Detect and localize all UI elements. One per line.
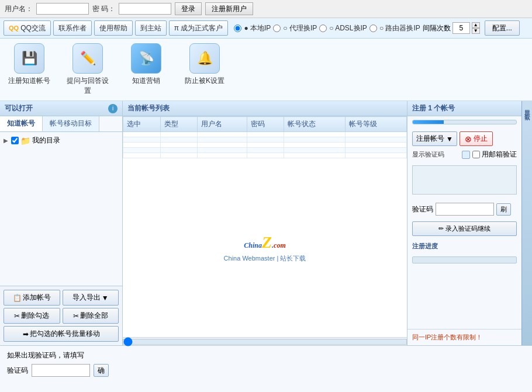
info-icon[interactable]: i	[108, 104, 118, 113]
col-status: 帐号状态	[284, 117, 346, 132]
tree-item[interactable]: ▶ 📁 我的目录	[2, 134, 120, 147]
dropdown-arrow-icon: ▼	[102, 294, 109, 302]
import-export-button[interactable]: 导入导出 ▼	[63, 290, 119, 306]
col-password: 密码	[247, 117, 284, 132]
right-panel-title: 注册 1 个帐号	[412, 104, 455, 112]
icon-toolbar: 💾 注册知道帐号 ✏️ 提问与回答设置 📡 知道营销 🔔 防止被K设置	[0, 39, 532, 101]
bottom-panel: 如果出现验证码，请填写 验证码 确	[0, 345, 532, 392]
batch-move-label: 把勾选的帐号批量移动	[30, 329, 100, 339]
login-bar: 用户名： 密 码： 登录 注册新用户	[0, 0, 532, 18]
know-marketing-btn[interactable]: 📡 知道营销	[123, 43, 170, 96]
verify-code-input[interactable]	[436, 203, 494, 216]
register-account-label: 注册知道帐号	[8, 76, 50, 86]
watermark-z: Z	[262, 233, 272, 251]
delete-selected-icon: ✂	[14, 312, 20, 320]
register-account-btn[interactable]: 💾 注册知道帐号	[6, 43, 53, 96]
interval-down[interactable]: ▼	[472, 28, 480, 34]
stop-button[interactable]: ⊗ 停止	[460, 131, 493, 146]
register-dropdown-button[interactable]: 注册帐号 ▼	[412, 131, 457, 146]
config-button[interactable]: 配置...	[485, 20, 520, 36]
col-username: 用户名	[198, 117, 247, 132]
bottom-instructions: 如果出现验证码，请填写	[7, 351, 109, 360]
interval-spinner[interactable]: ▲ ▼	[472, 22, 480, 34]
delete-selected-button[interactable]: ✂ 删除勾选	[4, 308, 60, 324]
verify-image-placeholder	[412, 165, 517, 195]
help-button[interactable]: 使用帮助	[94, 20, 133, 36]
contact-button[interactable]: 联系作者	[53, 20, 92, 36]
enter-code-button[interactable]: ✏ 录入验证码继续	[412, 221, 517, 236]
add-account-button[interactable]: 📋 添加帐号	[4, 290, 60, 306]
btn-row-2: ✂ 删除勾选 ✂ 删除全部	[4, 308, 119, 324]
tree-area: ▶ 📁 我的目录	[0, 132, 122, 286]
toolbar: QQ QQ交流 联系作者 使用帮助 到主站 π 成为正式客户 ● 本地IP ○ …	[0, 18, 532, 39]
interval-input[interactable]	[452, 22, 470, 34]
move-icon: ➡	[23, 330, 29, 338]
bottom-note: 同一IP注册个数有限制！	[407, 329, 521, 345]
far-right-text-2: 索取	[523, 108, 531, 112]
left-panel-header: 可以打开 i	[0, 101, 122, 116]
add-account-label: 添加帐号	[23, 293, 51, 303]
router-ip-label: ○ 路由器换IP	[379, 23, 420, 33]
interval-up[interactable]: ▲	[472, 22, 480, 28]
adsl-ip-radio[interactable]	[319, 25, 327, 32]
email-verify-checkbox[interactable]	[472, 151, 480, 158]
register-new-button[interactable]: 注册新用户	[205, 2, 253, 15]
refresh-button[interactable]: 刷	[496, 203, 511, 216]
interval-group: 间隔次数 ▲ ▼	[423, 22, 480, 34]
horizontal-scrollbar[interactable]	[123, 339, 407, 345]
col-type: 类型	[160, 117, 198, 132]
tree-item-checkbox[interactable]	[11, 137, 19, 144]
member-button[interactable]: π 成为正式客户	[169, 20, 229, 36]
progress-label: 注册进度	[412, 242, 517, 251]
anti-ban-btn[interactable]: 🔔 防止被K设置	[181, 43, 228, 96]
username-input[interactable]	[36, 3, 89, 15]
bottom-inner: 如果出现验证码，请填写 验证码 确	[7, 351, 525, 377]
local-ip-label: ● 本地IP	[244, 23, 271, 33]
reg-row: 注册帐号 ▼ ⊗ 停止	[412, 131, 517, 146]
right-panel: 注册 1 个帐号 注册帐号 ▼ ⊗ 停止 显示验证码	[407, 101, 521, 345]
router-ip-radio[interactable]	[369, 25, 377, 32]
far-right-panel[interactable]: 群里 索取	[521, 101, 532, 345]
proxy-ip-label: ○ 代理换IP	[283, 23, 317, 33]
verify-checkbox-indicator	[462, 151, 470, 159]
table-body	[123, 132, 407, 158]
interval-label: 间隔次数	[423, 23, 451, 33]
watermark-com: com	[274, 241, 286, 249]
local-ip-radio[interactable]	[234, 25, 241, 32]
tree-item-label: 我的目录	[32, 136, 60, 145]
verify-code-row: 验证码 刷	[412, 203, 517, 216]
register-label: 注册帐号	[416, 134, 444, 144]
main-layout: 可以打开 i 知道帐号 帐号移动目标 ▶ 📁 我的目录 📋 添加帐号 导入导出	[0, 101, 532, 345]
watermark-brand: China	[244, 241, 262, 249]
qa-settings-label: 提问与回答设置	[64, 76, 111, 96]
qq-label: QQ交流	[20, 23, 46, 33]
know-marketing-label: 知道营销	[132, 76, 160, 86]
qq-icon: QQ	[9, 25, 19, 32]
user-label: 用户名：	[5, 4, 33, 14]
folder-icon: 📁	[20, 136, 30, 145]
login-button[interactable]: 登录	[175, 2, 202, 15]
far-right-text-1: 群里	[523, 103, 531, 107]
password-input[interactable]	[119, 3, 171, 15]
delete-all-label: 删除全部	[80, 311, 108, 321]
delete-all-button[interactable]: ✂ 删除全部	[63, 308, 119, 324]
watermark-sub: China Webmaster | 站长下载	[224, 254, 306, 263]
tree-expand-icon: ▶	[4, 137, 9, 144]
delete-all-icon: ✂	[73, 312, 79, 320]
batch-move-button[interactable]: ➡ 把勾选的帐号批量移动	[4, 326, 119, 342]
qq-button[interactable]: QQ QQ交流	[4, 20, 51, 36]
account-table: 选中 类型 用户名 密码 帐号状态 帐号等级	[123, 116, 407, 158]
stop-icon: ⊗	[465, 134, 472, 144]
tab-move-target[interactable]: 帐号移动目标	[43, 116, 99, 131]
qa-settings-icon: ✏️	[72, 43, 103, 74]
visit-button[interactable]: 到主站	[135, 20, 167, 36]
tab-account[interactable]: 知道帐号	[0, 116, 43, 131]
bottom-confirm-button[interactable]: 确	[94, 364, 109, 377]
table-scrollbar[interactable]	[123, 337, 407, 345]
qa-settings-btn[interactable]: ✏️ 提问与回答设置	[64, 43, 111, 96]
col-selected: 选中	[123, 117, 161, 132]
bottom-verify-input[interactable]	[32, 364, 90, 377]
proxy-ip-radio[interactable]	[273, 25, 281, 32]
top-progress-bar	[412, 120, 517, 124]
left-panel-title: 可以打开	[5, 103, 33, 113]
